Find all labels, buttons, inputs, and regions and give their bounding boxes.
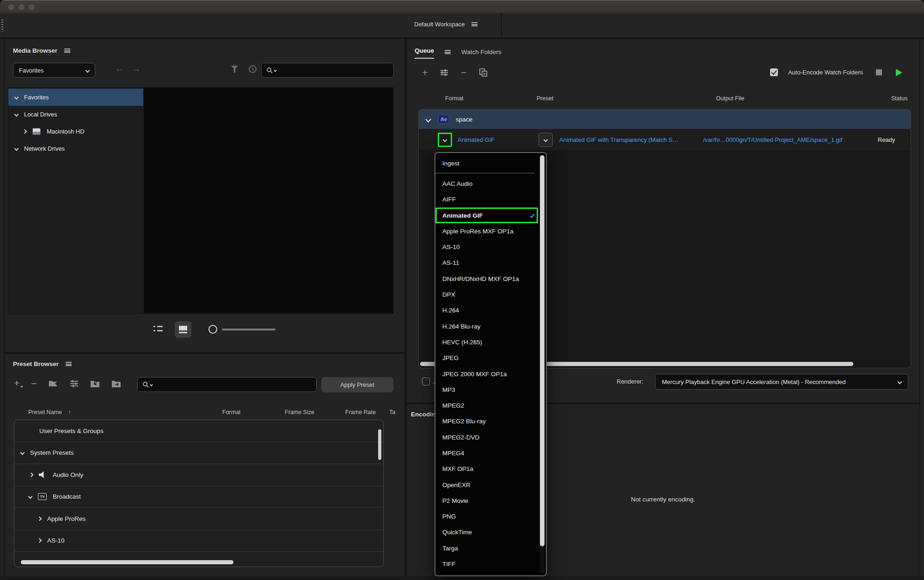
media-source-select[interactable]: Favorites — [13, 63, 95, 78]
column-frame-size[interactable]: Frame Size — [285, 409, 314, 415]
format-menu-item[interactable]: MPEG2 Blu-ray — [435, 414, 538, 429]
add-output-settings-icon[interactable] — [440, 69, 448, 76]
forward-icon[interactable]: → — [132, 64, 141, 74]
thumbnail-size-slider-handle[interactable] — [208, 325, 217, 334]
format-menu-item[interactable]: H.264 Blu-ray — [435, 318, 538, 334]
format-menu-item[interactable]: P2 Movie — [435, 493, 538, 508]
output-file-link[interactable]: /var/fo…0000gn/T/Untitled Project_AME/sp… — [703, 136, 878, 143]
export-preset-icon[interactable] — [111, 379, 121, 387]
preset-row[interactable]: System Presets — [14, 442, 383, 464]
format-menu-item[interactable]: Targa — [435, 540, 538, 556]
format-menu-item[interactable]: MPEG2 — [435, 397, 538, 413]
media-tree-item[interactable]: Network Drives — [8, 140, 143, 157]
apply-preset-button[interactable]: Apply Preset — [321, 377, 393, 392]
format-menu-item[interactable]: QuickTime — [435, 525, 538, 540]
format-menu-item[interactable]: HEVC (H.265) — [435, 334, 538, 350]
ingest-settings-icon[interactable] — [70, 379, 79, 387]
preset-row[interactable]: Apple ProRes — [14, 508, 383, 530]
start-queue-icon[interactable] — [896, 69, 902, 76]
queue-menu-icon[interactable] — [445, 50, 451, 54]
preset-search-input[interactable] — [137, 377, 317, 392]
preset-dropdown-button[interactable] — [538, 133, 553, 147]
zoom-window-button[interactable] — [29, 4, 35, 10]
tab-queue[interactable]: Queue — [415, 47, 434, 57]
format-menu-item[interactable]: Ingest — [435, 155, 538, 171]
import-preset-icon[interactable] — [90, 379, 100, 387]
preset-row[interactable]: User Presets & Groups — [14, 420, 383, 442]
media-tree-item[interactable]: Local Drives — [8, 106, 143, 123]
format-menu-item[interactable]: MPEG2-DVD — [435, 429, 538, 445]
chevron-icon[interactable] — [37, 538, 42, 543]
search-options-chevron-icon[interactable] — [150, 383, 153, 386]
search-options-chevron-icon[interactable] — [274, 68, 277, 72]
preset-browser-menu-icon[interactable] — [66, 362, 72, 366]
media-tree-item[interactable]: Macintosh HD — [8, 123, 143, 140]
chevron-icon[interactable] — [23, 129, 27, 134]
renderer-select[interactable]: Mercury Playback Engine GPU Acceleration… — [655, 374, 908, 390]
media-search-input[interactable] — [261, 63, 394, 78]
remove-preset-icon[interactable]: − — [31, 379, 37, 388]
queue-source-row[interactable]: Ae space — [419, 110, 911, 129]
column-format[interactable]: Format — [222, 409, 241, 415]
close-window-button[interactable] — [8, 4, 14, 10]
format-menu-item[interactable]: PNG — [435, 509, 538, 525]
duplicate-icon[interactable] — [479, 68, 487, 77]
vertical-scrollbar-thumb[interactable] — [378, 429, 381, 460]
new-preset-group-icon[interactable] — [49, 379, 58, 387]
format-link[interactable]: Animated GIF — [458, 136, 532, 143]
add-preset-icon[interactable]: + — [14, 378, 19, 388]
format-menu-item[interactable]: MP3 — [435, 382, 538, 397]
workspace-tab-label[interactable]: Default Workspace — [414, 21, 465, 28]
tab-watch-folders[interactable]: Watch Folders — [461, 49, 502, 55]
chevron-icon[interactable] — [29, 472, 34, 477]
collapse-chevron-icon[interactable] — [425, 116, 431, 122]
queue-option-checkbox[interactable] — [422, 378, 430, 385]
column-preset[interactable]: Preset — [537, 95, 553, 102]
queue-output-row[interactable]: Animated GIF Animated GIF with Transpare… — [419, 129, 911, 151]
thumbnail-view-button[interactable] — [175, 321, 191, 338]
column-preset-name[interactable]: Preset Name ↑ — [28, 409, 71, 415]
chevron-icon[interactable] — [14, 112, 19, 117]
minimize-window-button[interactable] — [18, 4, 24, 10]
panel-grip-icon[interactable] — [1, 19, 3, 31]
column-status[interactable]: Status — [891, 95, 907, 102]
column-format[interactable]: Format — [445, 95, 464, 102]
preset-row[interactable]: AS-10 — [14, 530, 383, 552]
format-menu-item[interactable]: JPEG 2000 MXF OP1a — [435, 366, 538, 382]
preset-row[interactable]: Broadcast — [14, 486, 383, 508]
format-menu-item[interactable]: AIFF — [435, 192, 538, 208]
format-dropdown-button[interactable] — [438, 133, 452, 147]
format-menu-item[interactable]: Animated GIF — [435, 208, 538, 223]
format-menu-item[interactable]: MXF OP1a — [435, 461, 538, 477]
preset-row[interactable]: Audio Only — [14, 464, 383, 486]
thumbnail-size-slider-track[interactable] — [222, 329, 275, 330]
workspace-menu-icon[interactable] — [471, 22, 477, 26]
preset-link[interactable]: Animated GIF with Transparency (Match S… — [559, 136, 700, 143]
format-menu-item[interactable]: TIFF — [435, 556, 538, 572]
chevron-icon[interactable] — [37, 516, 42, 521]
format-menu-item[interactable]: AS-10 — [435, 239, 538, 255]
clock-icon[interactable] — [248, 65, 257, 73]
media-tree-item[interactable]: Favorites — [8, 89, 143, 106]
format-menu-item[interactable]: Apple ProRes MXF OP1a — [435, 223, 538, 239]
horizontal-scrollbar-thumb[interactable] — [21, 560, 233, 564]
format-menu-item[interactable]: OpenEXR — [435, 477, 538, 493]
add-source-icon[interactable]: + — [422, 67, 428, 77]
list-view-icon[interactable] — [153, 326, 163, 333]
format-menu-item[interactable]: DPX — [435, 287, 538, 302]
filter-icon[interactable] — [230, 65, 239, 73]
stop-queue-icon[interactable] — [876, 69, 882, 75]
format-menu-item[interactable]: H.264 — [435, 303, 538, 318]
dropdown-scrollbar-thumb[interactable] — [540, 155, 545, 546]
format-menu-item[interactable]: AS-11 — [435, 255, 538, 271]
column-target-rate[interactable]: Ta — [389, 409, 397, 415]
media-browser-menu-icon[interactable] — [64, 49, 70, 53]
auto-encode-checkbox[interactable] — [770, 68, 778, 76]
chevron-icon[interactable] — [20, 451, 25, 455]
chevron-icon[interactable] — [14, 147, 19, 151]
column-output-file[interactable]: Output File — [716, 95, 744, 102]
remove-source-icon[interactable]: − — [461, 67, 466, 77]
format-menu-item[interactable]: MPEG4 — [435, 445, 538, 461]
column-frame-rate[interactable]: Frame Rate — [345, 409, 376, 415]
format-menu-item[interactable]: DNxHR/DNxHD MXF OP1a — [435, 271, 538, 287]
